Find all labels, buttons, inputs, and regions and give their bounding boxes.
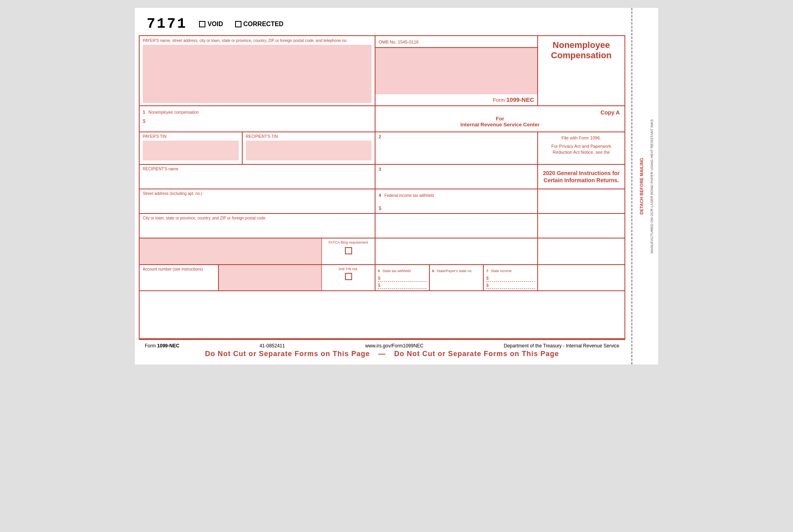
street-label: Street address (including apt. no.) (143, 191, 372, 196)
field-6-label: State/Payer's state no. (437, 269, 472, 273)
nonemployee-title-text: Nonemployee Compensation (551, 40, 612, 60)
field-3-box: 3 (375, 165, 537, 189)
state-field-6: 6 State/Payer's state no. (430, 265, 484, 290)
recipient-name-label: RECIPIENT'S name (143, 167, 372, 171)
form-number: 7171 (147, 16, 187, 32)
right-sidebar: DETACH BEFORE MAILING MANUFACTURED ON OC… (634, 8, 658, 364)
street-section: Street address (including apt. no.) (140, 189, 375, 213)
copy-a-title: Copy A (380, 109, 620, 116)
field-1-section: 1 Nonemployee compensation $ (140, 106, 375, 132)
payer-section-right: OMB No. 1545-0116 Form 1099-NEC Non (375, 36, 624, 105)
bottom-form-name: Form 1099-NEC (145, 343, 179, 349)
account-label: Account number (see instructions) (143, 267, 215, 271)
copy-a-file-section: File with Form 1096. For Privacy Act and… (537, 132, 624, 164)
field-7-label: State income (491, 269, 512, 273)
copy-a-section: Copy A For Internal Revenue Service Cent… (375, 106, 624, 132)
tin-2nd-label: 2nd TIN not. (339, 267, 358, 271)
bottom-dept: Department of the Treasury - Internal Re… (504, 343, 619, 349)
page-wrapper: 7171 VOID CORRECTED PAYER'S name, street… (135, 8, 658, 364)
payer-input-area[interactable] (143, 45, 372, 103)
row-account: Account number (see instructions) 2nd TI… (140, 265, 624, 291)
field-4-label: Federal income tax withheld (385, 193, 434, 198)
fatca-right-empty (375, 238, 537, 264)
payer-name-label: PAYER'S name, street address, city or to… (143, 38, 372, 43)
field-6-num: 6 (432, 269, 434, 273)
field-5-dollar2: $ (378, 283, 427, 289)
copy-a-privacy: For Privacy Act and Paperwork Reduction … (543, 143, 620, 156)
bottom-bar: Form 1099-NEC 41-0852411 www.irs.gov/For… (139, 339, 625, 360)
city-right-panel (537, 214, 624, 238)
header-row: 7171 VOID CORRECTED (139, 16, 625, 32)
copy-a-for: For (380, 116, 620, 122)
tin-2nd-checkbox[interactable] (345, 273, 352, 280)
bottom-donotcut2: Do Not Cut or Separate Forms on This Pag… (394, 350, 559, 358)
account-label-cell: Account number (see instructions) (140, 265, 219, 290)
state-field-5: 5 State tax withheld $ $ (375, 265, 430, 290)
field-5-dollar1: $ (378, 276, 427, 282)
copy-a-general-section: 2020 General Instructions for Certain In… (537, 165, 624, 189)
row-payer: PAYER'S name, street address, city or to… (140, 36, 624, 106)
recipient-tin-label: RECIPIENT'S TIN (246, 134, 372, 139)
field-7-dollar1: $ (486, 276, 535, 282)
copy-a-right-spacer (537, 189, 624, 213)
copy-a-general: 2020 General Instructions for Certain In… (543, 170, 620, 184)
field-2-num: 2 (379, 134, 534, 139)
city-section: City or town, state or province, country… (140, 214, 375, 238)
field-2-box: 2 (375, 132, 537, 164)
field-7-num: 7 (486, 269, 488, 273)
field-5-num: 5 (378, 269, 380, 273)
omb-label: OMB No. 1545-0116 (379, 40, 419, 44)
void-checkbox-item: VOID (199, 21, 223, 28)
corrected-checkbox[interactable] (235, 21, 241, 27)
field-4-num: 4 (379, 193, 381, 198)
payer-shaded-main (375, 48, 537, 94)
nonemployee-title: Nonemployee Compensation (543, 40, 620, 61)
field-4-box: 4 Federal income tax withheld $ (375, 189, 537, 213)
fatca-label: FATCA filing requirement (329, 240, 368, 245)
fatca-checkbox[interactable] (345, 247, 352, 254)
row-recipient-name: RECIPIENT'S name 3 2020 General Instruct… (140, 165, 624, 189)
state-fields-area: 5 State tax withheld $ $ 6 State/Payer's… (375, 265, 537, 290)
form-1099-nec-label: Form 1099-NEC (375, 94, 537, 105)
fatca-right-panel (537, 238, 624, 264)
copy-a-right-panel: Nonemployee Compensation (537, 36, 624, 105)
field-1-dollar: $ (143, 118, 372, 124)
state-field-7: 7 State income $ $ (484, 265, 537, 290)
bottom-form-name-text: Form (145, 343, 156, 349)
bottom-main-text: Do Not Cut or Separate Forms on This Pag… (145, 350, 619, 358)
bottom-website: www.irs.gov/Form1099NEC (365, 343, 423, 349)
fatca-middle: FATCA filing requirement (322, 238, 375, 264)
sidebar-top-text: DETACH BEFORE MAILING (639, 158, 644, 214)
recipient-name-section: RECIPIENT'S name (140, 165, 375, 189)
form-id-label: 1099-NEC (506, 96, 534, 103)
corrected-checkbox-item: CORRECTED (235, 21, 283, 28)
copy-a-file: File with Form 1096. (543, 135, 620, 140)
void-checkbox[interactable] (199, 21, 205, 27)
copy-a-irs: Internal Revenue Service Center (380, 122, 620, 128)
field-3-num: 3 (379, 167, 534, 172)
dashed-separator (631, 8, 632, 364)
payer-tin-input[interactable] (143, 141, 239, 160)
city-right-empty (375, 214, 537, 238)
bottom-donotcut1: Do Not Cut or Separate Forms on This Pag… (205, 350, 370, 358)
field-7-dollar2: $ (486, 283, 535, 289)
tin-recipient-section: RECIPIENT'S TIN (243, 132, 375, 164)
bottom-top-row: Form 1099-NEC 41-0852411 www.irs.gov/For… (145, 343, 619, 349)
sidebar-text-container: DETACH BEFORE MAILING MANUFACTURED ON OC… (639, 119, 654, 254)
payer-section-left: PAYER'S name, street address, city or to… (140, 36, 375, 105)
fatca-left-shaded (140, 238, 322, 264)
row-tin: PAYER'S TIN RECIPIENT'S TIN 2 File with … (140, 132, 624, 165)
tin-payer-section: PAYER'S TIN (140, 132, 243, 164)
sidebar-bottom-text: MANUFACTURED ON OCR LASER BOND PAPER USI… (650, 119, 654, 254)
field-5-label: State tax withheld (382, 269, 410, 273)
account-input-cell[interactable] (219, 265, 322, 290)
omb-section: OMB No. 1545-0116 (375, 36, 537, 48)
row-1-copyA: 1 Nonemployee compensation $ Copy A For … (140, 106, 624, 132)
recipient-tin-input[interactable] (246, 141, 372, 160)
void-corrected-area: VOID CORRECTED (199, 21, 283, 28)
void-label: VOID (207, 21, 223, 28)
city-label: City or town, state or province, country… (143, 216, 372, 220)
account-right-panel (537, 265, 624, 290)
form-area: PAYER'S name, street address, city or to… (139, 35, 625, 339)
row-fatca: FATCA filing requirement (140, 238, 624, 265)
